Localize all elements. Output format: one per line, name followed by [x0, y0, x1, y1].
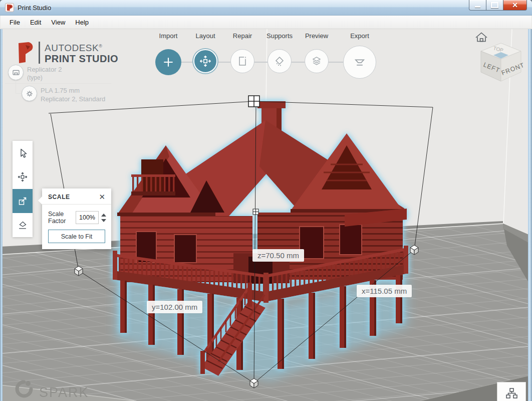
menu-file[interactable]: File — [5, 17, 25, 28]
close-button[interactable]: ✕ — [503, 0, 527, 11]
arrange-models-button[interactable] — [497, 382, 526, 401]
dimension-z-badge: z=70.50 mm — [252, 249, 304, 262]
printer-connector-h — [16, 93, 22, 94]
lay-flat-icon — [17, 220, 28, 231]
bbox-top-handle[interactable] — [248, 96, 259, 107]
scale-panel-close-button[interactable]: ✕ — [99, 194, 105, 200]
supports-diamond-icon — [274, 55, 286, 67]
bbox-mid-handle[interactable] — [253, 209, 258, 215]
step-import-label: Import — [155, 32, 181, 40]
scale-panel: SCALE ✕ Scale Factor Scale to Fit — [42, 188, 111, 249]
window-frame-right — [528, 29, 532, 401]
close-icon: ✕ — [512, 1, 518, 9]
spinner-down-icon[interactable] — [101, 219, 106, 222]
material-name: PLA 1.75 mm — [41, 87, 80, 94]
step-import-button[interactable] — [155, 49, 181, 75]
app-icon — [5, 3, 14, 12]
step-preview-label: Preview — [305, 32, 329, 40]
scale-factor-stepper — [101, 214, 106, 222]
scale-factor-label: Scale Factor — [48, 211, 76, 225]
layout-move-icon — [199, 55, 212, 68]
move-tool-icon — [17, 171, 28, 182]
spinner-up-icon[interactable] — [101, 214, 106, 217]
window-controls: ✕ — [469, 0, 527, 11]
scale-tool-icon — [17, 195, 28, 207]
export-icon — [353, 55, 367, 69]
step-export-label: Export — [343, 32, 376, 40]
step-layout-label: Layout — [193, 32, 217, 40]
step-export: Export — [343, 32, 376, 79]
hierarchy-icon — [505, 387, 518, 400]
step-repair-button[interactable] — [230, 49, 254, 73]
app-window: TOP LEFT FRONT Print Studio ✕ File Edit … — [0, 0, 532, 401]
menu-edit[interactable]: Edit — [25, 17, 46, 28]
dimension-x-badge: x=115.05 mm — [357, 285, 412, 297]
step-preview: Preview — [305, 32, 329, 73]
move-tool-button[interactable] — [13, 165, 33, 189]
workflow-stepper: Import Layout Repair — [0, 32, 532, 87]
close-icon: ✕ — [99, 192, 105, 201]
select-tool-button[interactable] — [13, 141, 33, 165]
dimension-y-badge: y=102.00 mm — [147, 301, 202, 313]
menu-view[interactable]: View — [46, 17, 70, 28]
window-frame-left — [0, 29, 3, 401]
step-import: Import — [155, 32, 181, 75]
menu-help[interactable]: Help — [70, 17, 94, 28]
step-repair: Repair — [230, 32, 254, 73]
select-cursor-icon — [17, 147, 28, 158]
minimize-button[interactable] — [469, 0, 486, 11]
import-plus-icon — [162, 56, 175, 69]
maximize-icon — [491, 2, 498, 8]
spark-logo: SPARK — [14, 378, 89, 401]
step-preview-button[interactable] — [305, 49, 329, 73]
step-supports-button[interactable] — [268, 49, 292, 73]
spark-label: SPARK — [39, 385, 89, 400]
gear-icon — [26, 90, 34, 98]
step-supports: Supports — [267, 32, 293, 73]
material-settings-button[interactable] — [22, 86, 37, 101]
repair-page-icon — [236, 55, 248, 67]
scale-to-fit-button[interactable]: Scale to Fit — [48, 230, 105, 243]
menu-bar: File Edit View Help — [1, 16, 531, 29]
spark-logo-icon — [14, 378, 34, 401]
preview-layers-icon — [311, 55, 323, 67]
tool-palette — [13, 141, 33, 237]
scale-tool-button[interactable] — [13, 189, 33, 213]
material-profile: Replicator 2, Standard — [41, 95, 105, 103]
step-supports-label: Supports — [267, 32, 293, 40]
maximize-button[interactable] — [486, 0, 503, 11]
window-title: Print Studio — [18, 4, 51, 12]
scale-factor-input[interactable] — [76, 211, 99, 224]
step-layout: Layout — [193, 32, 217, 73]
titlebar[interactable]: Print Studio ✕ — [0, 0, 532, 16]
step-export-button[interactable] — [343, 46, 376, 79]
step-repair-label: Repair — [230, 32, 254, 40]
scale-panel-title: SCALE — [48, 193, 70, 200]
step-layout-button[interactable] — [193, 49, 217, 73]
lay-flat-tool-button[interactable] — [13, 213, 33, 237]
minimize-icon — [475, 6, 480, 8]
